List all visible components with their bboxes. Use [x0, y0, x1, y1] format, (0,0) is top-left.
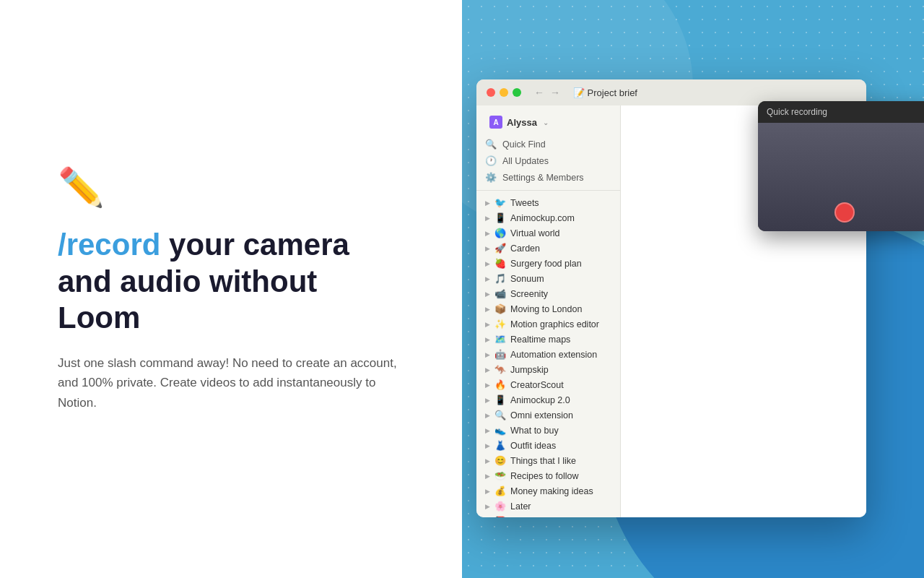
sidebar-item[interactable]: ▶ 📱 Animockup 2.0 — [476, 392, 620, 407]
settings-label: Settings & Members — [502, 173, 584, 183]
settings-icon: ⚙️ — [485, 172, 497, 183]
sidebar-item-arrow: ▶ — [485, 503, 490, 510]
sidebar-item-emoji: 😊 — [494, 455, 506, 466]
search-icon: 🔍 — [485, 139, 497, 150]
sidebar-item-arrow: ▶ — [485, 442, 490, 449]
sidebar-header: A Alyssa ⌄ — [476, 105, 620, 136]
sidebar-item-label: What to buy — [510, 426, 559, 436]
sidebar-item-arrow: ▶ — [485, 215, 490, 222]
subtext: Just one slash command away! No need to … — [58, 353, 404, 413]
sidebar-item[interactable]: ▶ 🦘 Jumpskip — [476, 362, 620, 377]
sidebar-item-emoji: 🌎 — [494, 228, 506, 238]
sidebar-item-label: Sonuum — [510, 274, 544, 284]
sidebar-item[interactable]: ▶ 📹 Screenity — [476, 286, 620, 301]
sidebar-item-emoji: 🤖 — [494, 349, 506, 360]
sidebar-item[interactable]: ▶ 🤖 Automation extension — [476, 347, 620, 362]
sidebar-item[interactable]: ▶ 🌎 Virtual world — [476, 225, 620, 241]
sidebar-item-label: Omni extension — [510, 410, 573, 420]
sidebar-item-emoji: 🍓 — [494, 258, 506, 269]
updates-icon: 🕐 — [485, 155, 497, 166]
sidebar-item[interactable]: ▶ 🍓 Surgery food plan — [476, 256, 620, 271]
user-caret-icon: ⌄ — [543, 118, 549, 126]
sidebar-item-emoji: 🗺️ — [494, 334, 506, 345]
sidebar-item[interactable]: ▶ 📱 Animockup.com — [476, 210, 620, 225]
sidebar-items: ▶ 🐦 Tweets ▶ 📱 Animockup.com ▶ 🌎 Virtual… — [476, 195, 620, 517]
sidebar-item-label: Surgery food plan — [510, 259, 582, 269]
settings-action[interactable]: ⚙️ Settings & Members — [476, 169, 620, 186]
sidebar-item-label: Money making ideas — [510, 486, 593, 496]
sidebar-item[interactable]: ▶ 🎵 Sonuum — [476, 271, 620, 286]
traffic-light-green[interactable] — [513, 88, 521, 97]
sidebar-item-label: Outfit ideas — [510, 441, 556, 451]
right-panel: ← → 📝 Project brief A Alyssa ⌄ 🔍 Quick F… — [462, 0, 924, 578]
quick-recording-video — [758, 123, 924, 231]
traffic-lights — [487, 88, 521, 97]
all-updates-label: All Updates — [502, 156, 549, 166]
sidebar-item[interactable]: ▶ 😊 Things that I like — [476, 453, 620, 468]
sidebar-item[interactable]: ▶ 📦 Moving to London — [476, 301, 620, 316]
traffic-light-yellow[interactable] — [500, 88, 508, 97]
sidebar-item-arrow: ▶ — [485, 473, 490, 480]
sidebar-item[interactable]: ▶ 💰 Money making ideas — [476, 483, 620, 499]
sidebar-item-emoji: 🥗 — [494, 470, 506, 481]
sidebar-item-arrow: ▶ — [485, 457, 490, 465]
sidebar-item-arrow: ▶ — [485, 199, 490, 207]
sidebar-divider — [476, 190, 620, 191]
sidebar-item[interactable]: ▶ 🔍 Omni extension — [476, 407, 620, 423]
sidebar-item-label: Animockup.com — [510, 213, 575, 223]
sidebar-item[interactable]: ▶ 🔥 CreatorScout — [476, 377, 620, 392]
sidebar-item[interactable]: ▶ ✨ Motion graphics editor — [476, 316, 620, 332]
sidebar-item-arrow: ▶ — [485, 412, 490, 419]
user-name: Alyssa — [507, 117, 537, 128]
sidebar-item[interactable]: ▶ 📕 Notion extension — [476, 514, 620, 517]
sidebar-item-label: Later — [510, 501, 531, 512]
sidebar-item-label: CreatorScout — [510, 380, 564, 390]
sidebar-item-emoji: 🐦 — [494, 197, 506, 208]
sidebar-item-arrow: ▶ — [485, 260, 490, 267]
all-updates-action[interactable]: 🕐 All Updates — [476, 152, 620, 169]
pencil-icon: ✏️ — [58, 165, 404, 210]
traffic-light-red[interactable] — [487, 88, 495, 97]
quick-find-label: Quick Find — [502, 139, 546, 150]
sidebar-item-emoji: 💰 — [494, 486, 506, 496]
sidebar-item-arrow: ▶ — [485, 321, 490, 328]
sidebar-item-arrow: ▶ — [485, 351, 490, 358]
sidebar-item-arrow: ▶ — [485, 488, 490, 495]
sidebar-item-label: Realtime maps — [510, 335, 570, 345]
record-button[interactable] — [834, 202, 855, 223]
sidebar-item-emoji: 📱 — [494, 212, 506, 223]
nav-forward-button[interactable]: → — [550, 87, 560, 98]
sidebar-item[interactable]: ▶ 🥗 Recipes to follow — [476, 468, 620, 483]
sidebar-item-label: Things that I like — [510, 456, 576, 466]
quick-find-action[interactable]: 🔍 Quick Find — [476, 136, 620, 152]
sidebar-item[interactable]: ▶ 🗺️ Realtime maps — [476, 332, 620, 347]
sidebar-item[interactable]: ▶ 🐦 Tweets — [476, 195, 620, 210]
sidebar-item[interactable]: ▶ 🚀 Carden — [476, 241, 620, 256]
nav-back-button[interactable]: ← — [534, 87, 544, 98]
quick-recording-popup: Quick recording — [758, 101, 924, 231]
sidebar-item-emoji: 🦘 — [494, 364, 506, 375]
headline: /record your camera and audio without Lo… — [58, 227, 404, 336]
sidebar-item-emoji: ✨ — [494, 319, 506, 329]
user-row[interactable]: A Alyssa ⌄ — [485, 113, 611, 131]
sidebar-item-label: Notion extension — [510, 517, 578, 518]
sidebar-item[interactable]: ▶ 👗 Outfit ideas — [476, 438, 620, 453]
sidebar-item-label: Tweets — [510, 198, 539, 208]
browser-nav: ← → — [534, 87, 560, 98]
sidebar-item-emoji: 🚀 — [494, 243, 506, 254]
sidebar-item-emoji: 🎵 — [494, 273, 506, 284]
sidebar-item-emoji: 🔍 — [494, 410, 506, 420]
sidebar-item-emoji: 📦 — [494, 303, 506, 314]
sidebar-item-label: Virtual world — [510, 228, 560, 238]
quick-recording-header: Quick recording — [758, 101, 924, 123]
command-text: /record — [58, 228, 160, 262]
sidebar-item-arrow: ▶ — [485, 306, 490, 313]
browser-title: 📝 Project brief — [573, 87, 637, 98]
sidebar-item-arrow: ▶ — [485, 397, 490, 404]
sidebar-item-label: Recipes to follow — [510, 471, 579, 481]
sidebar-item-emoji: 📕 — [494, 516, 506, 517]
sidebar-item-label: Screenity — [510, 289, 548, 299]
sidebar-item-emoji: 🌸 — [494, 501, 506, 512]
sidebar-item[interactable]: ▶ 🌸 Later — [476, 499, 620, 514]
sidebar-item[interactable]: ▶ 👟 What to buy — [476, 423, 620, 438]
